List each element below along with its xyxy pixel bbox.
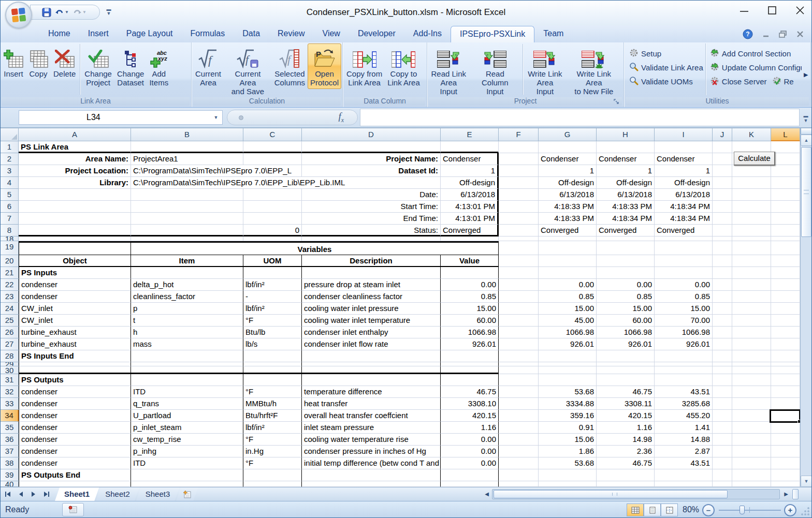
cell-J7[interactable] <box>713 213 732 225</box>
close-server-button[interactable]: Close Server <box>710 76 767 87</box>
cell-E33[interactable]: 3308.10 <box>441 398 499 410</box>
cell-A6[interactable] <box>19 201 131 213</box>
cell-G32[interactable]: 53.68 <box>539 386 597 398</box>
column-header-G[interactable]: G <box>539 128 597 141</box>
cell-I38[interactable]: 43.51 <box>655 457 713 469</box>
cell-K26[interactable] <box>732 327 771 338</box>
cell-F34[interactable] <box>499 410 539 422</box>
cell-A31[interactable]: PS Outputs <box>19 374 131 386</box>
cell-A5[interactable] <box>19 189 131 201</box>
horizontal-scroll-thumb[interactable] <box>494 490 728 498</box>
cell-D23[interactable]: condenser cleanliness factor <box>302 291 441 303</box>
cell-B31[interactable] <box>131 374 243 386</box>
cell-E30[interactable] <box>441 366 499 374</box>
cell-E24[interactable]: 15.00 <box>441 303 499 315</box>
cell-D40[interactable] <box>302 481 441 487</box>
cell-E2[interactable]: Condenser <box>441 153 499 165</box>
zoom-out-button[interactable]: – <box>702 504 715 516</box>
row-header-35[interactable]: 35 <box>0 422 19 434</box>
cell-H31[interactable] <box>597 374 655 386</box>
cell-C18[interactable] <box>243 236 302 241</box>
cell-H4[interactable]: Off-design <box>597 177 655 189</box>
cell-G28[interactable] <box>539 350 597 362</box>
cell-I8[interactable]: Converged <box>655 225 713 236</box>
cell-A34[interactable]: condenser <box>19 410 131 422</box>
cell-H20[interactable] <box>597 255 655 267</box>
cell-E22[interactable]: 0.00 <box>441 279 499 291</box>
tab-view[interactable]: View <box>314 26 349 42</box>
cell-L20[interactable] <box>771 255 800 267</box>
customize-qat-button[interactable]: ▬▼ <box>104 7 114 18</box>
cell-J39[interactable] <box>713 469 732 481</box>
cell-L24[interactable] <box>771 303 800 315</box>
cell-E18[interactable] <box>441 236 499 241</box>
cell-I6[interactable]: 4:18:34 PM <box>655 201 713 213</box>
cell-E36[interactable]: 0.00 <box>441 434 499 446</box>
cell-C36[interactable]: °F <box>243 434 302 446</box>
cell-L7[interactable] <box>771 213 800 225</box>
cell-L18[interactable] <box>771 236 800 241</box>
cell-B4[interactable]: C:\ProgramData\SimTech\IPSEpro 7.0\EPP_L… <box>131 177 441 189</box>
cell-H34[interactable]: 420.15 <box>597 410 655 422</box>
expand-formula-bar-button[interactable]: ▬▼ <box>801 112 810 123</box>
insert-function-button[interactable]: fx <box>338 111 344 124</box>
cell-H8[interactable]: Converged <box>597 225 655 236</box>
cell-F4[interactable] <box>499 177 539 189</box>
cell-K5[interactable] <box>732 189 771 201</box>
cell-F1[interactable] <box>499 141 539 153</box>
column-header-C[interactable]: C <box>243 128 302 141</box>
cell-B6[interactable] <box>131 201 243 213</box>
view-page-break-button[interactable] <box>661 504 678 516</box>
cell-I33[interactable]: 3285.68 <box>655 398 713 410</box>
cell-J18[interactable] <box>713 236 732 241</box>
cell-H21[interactable] <box>597 267 655 279</box>
row-header-33[interactable]: 33 <box>0 398 19 410</box>
cell-E25[interactable]: 60.00 <box>441 315 499 327</box>
restore-workbook-button[interactable] <box>779 30 787 40</box>
cell-C20[interactable]: UOM <box>243 255 302 267</box>
cell-I23[interactable]: 0.85 <box>655 291 713 303</box>
cell-H23[interactable]: 0.85 <box>597 291 655 303</box>
current-area-and-save-button[interactable]: fCurrent Area and Save <box>224 43 272 98</box>
row-header-1[interactable]: 1 <box>0 141 19 153</box>
cell-B23[interactable]: cleanliness_factor <box>131 291 243 303</box>
cell-B34[interactable]: U_partload <box>131 410 243 422</box>
cell-K4[interactable] <box>732 177 771 189</box>
cell-G27[interactable]: 926.01 <box>539 338 597 350</box>
cell-E39[interactable] <box>441 469 499 481</box>
cell-C2[interactable] <box>243 153 302 165</box>
copy-from-link-area-button[interactable]: Copy from Link Area <box>344 43 385 89</box>
cell-K22[interactable] <box>732 279 771 291</box>
cell-K34[interactable] <box>732 410 771 422</box>
first-sheet-button[interactable] <box>1 489 14 500</box>
resize-grip[interactable] <box>801 507 810 516</box>
cell-D3[interactable]: Dataset Id: <box>302 165 441 177</box>
cell-D29[interactable] <box>302 362 441 366</box>
cell-K33[interactable] <box>732 398 771 410</box>
column-header-H[interactable]: H <box>597 128 655 141</box>
cell-H6[interactable]: 4:18:33 PM <box>597 201 655 213</box>
row-header-32[interactable]: 32 <box>0 386 19 398</box>
cell-L5[interactable] <box>771 189 800 201</box>
cell-H7[interactable]: 4:18:34 PM <box>597 213 655 225</box>
cell-K31[interactable] <box>732 374 771 386</box>
cell-C23[interactable]: - <box>243 291 302 303</box>
cell-F3[interactable] <box>499 165 539 177</box>
cell-E35[interactable]: 1.16 <box>441 422 499 434</box>
cell-K25[interactable] <box>732 315 771 327</box>
row-header-2[interactable]: 2 <box>0 153 19 165</box>
cell-G19[interactable] <box>539 241 597 255</box>
cell-G39[interactable] <box>539 469 597 481</box>
add-items-button[interactable]: abcxyzAdd Items <box>147 43 171 89</box>
cell-G38[interactable]: 53.68 <box>539 457 597 469</box>
cell-F30[interactable] <box>499 366 539 374</box>
cell-A18[interactable] <box>19 236 131 241</box>
row-header-20[interactable]: 20 <box>0 255 19 267</box>
cell-B5[interactable] <box>131 189 243 201</box>
cell-L26[interactable] <box>771 327 800 338</box>
cell-I5[interactable]: 6/13/2018 <box>655 189 713 201</box>
tab-split-handle[interactable] <box>792 489 799 499</box>
cell-J6[interactable] <box>713 201 732 213</box>
cell-L38[interactable] <box>771 457 800 469</box>
cell-J33[interactable] <box>713 398 732 410</box>
